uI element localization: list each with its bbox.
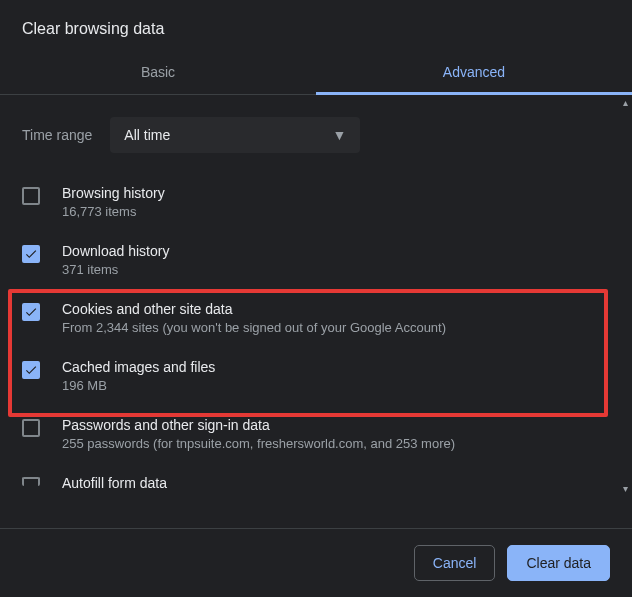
- option-title: Cached images and files: [62, 359, 215, 375]
- time-range-select[interactable]: All time ▼: [110, 117, 360, 153]
- option-browsing-history[interactable]: Browsing history 16,773 items: [22, 175, 614, 233]
- chevron-down-icon: ▼: [332, 127, 346, 143]
- option-cache[interactable]: Cached images and files 196 MB: [22, 349, 614, 407]
- option-title: Autofill form data: [62, 475, 167, 491]
- tab-basic[interactable]: Basic: [0, 52, 316, 94]
- time-range-value: All time: [124, 127, 170, 143]
- tab-advanced[interactable]: Advanced: [316, 52, 632, 94]
- option-cookies[interactable]: Cookies and other site data From 2,344 s…: [22, 291, 614, 349]
- dialog-footer: Cancel Clear data: [0, 528, 632, 597]
- option-sub: 371 items: [62, 262, 169, 277]
- option-sub: From 2,344 sites (you won't be signed ou…: [62, 320, 446, 335]
- checkbox-cookies[interactable]: [22, 303, 40, 321]
- option-title: Browsing history: [62, 185, 165, 201]
- option-sub: 196 MB: [62, 378, 215, 393]
- option-title: Passwords and other sign-in data: [62, 417, 455, 433]
- option-sub: 255 passwords (for tnpsuite.com, fresher…: [62, 436, 455, 451]
- dialog-body: Time range All time ▼ Browsing history 1…: [0, 95, 632, 495]
- option-autofill[interactable]: Autofill form data: [22, 465, 614, 494]
- scrollbar[interactable]: ▴ ▾: [618, 95, 632, 495]
- option-passwords[interactable]: Passwords and other sign-in data 255 pas…: [22, 407, 614, 465]
- option-sub: 16,773 items: [62, 204, 165, 219]
- checkbox-passwords[interactable]: [22, 419, 40, 437]
- time-range-label: Time range: [22, 127, 92, 143]
- checkbox-cache[interactable]: [22, 361, 40, 379]
- scroll-down-icon[interactable]: ▾: [618, 481, 632, 495]
- option-title: Cookies and other site data: [62, 301, 446, 317]
- dialog-title: Clear browsing data: [0, 0, 632, 52]
- option-title: Download history: [62, 243, 169, 259]
- checkbox-autofill[interactable]: [22, 477, 40, 486]
- checkbox-browsing-history[interactable]: [22, 187, 40, 205]
- tabs: Basic Advanced: [0, 52, 632, 95]
- clear-data-button[interactable]: Clear data: [507, 545, 610, 581]
- cancel-button[interactable]: Cancel: [414, 545, 496, 581]
- scroll-up-icon[interactable]: ▴: [618, 95, 632, 109]
- option-download-history[interactable]: Download history 371 items: [22, 233, 614, 291]
- checkbox-download-history[interactable]: [22, 245, 40, 263]
